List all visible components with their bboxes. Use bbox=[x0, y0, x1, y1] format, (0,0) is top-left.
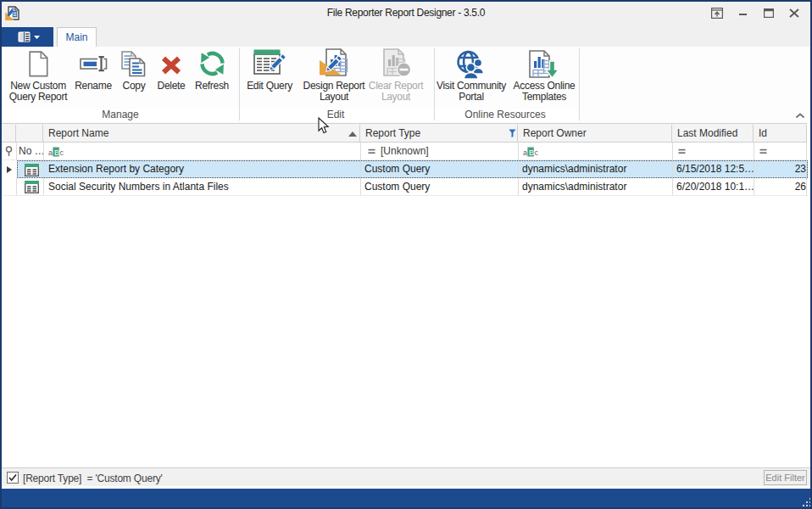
svg-text:a: a bbox=[523, 148, 527, 157]
svg-text:c: c bbox=[535, 148, 538, 157]
svg-text:B: B bbox=[54, 148, 59, 157]
svg-text:a: a bbox=[48, 148, 53, 157]
svg-text:c: c bbox=[60, 148, 64, 157]
svg-text:B: B bbox=[529, 148, 534, 157]
